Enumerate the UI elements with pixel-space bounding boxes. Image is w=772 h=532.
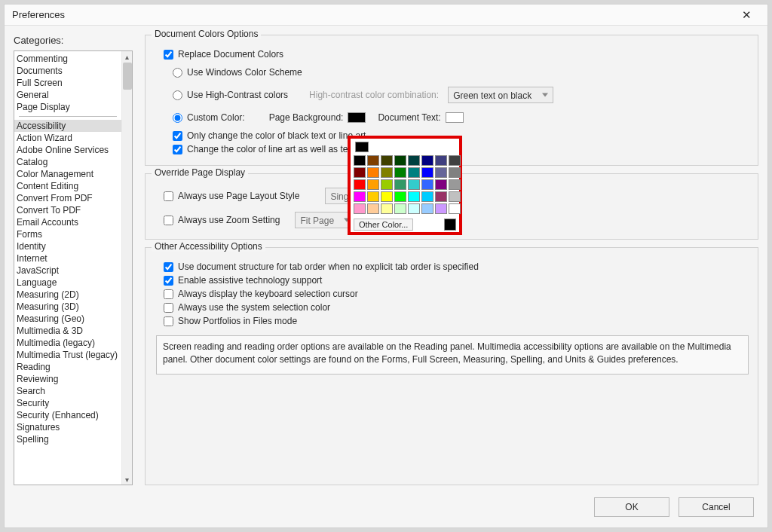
list-item[interactable]: Reading bbox=[14, 361, 121, 373]
page-layout-checkbox[interactable] bbox=[164, 191, 173, 201]
color-swatch[interactable] bbox=[449, 203, 461, 214]
selection-color-checkbox[interactable] bbox=[164, 303, 173, 313]
color-swatch[interactable] bbox=[408, 155, 420, 166]
custom-color-radio[interactable] bbox=[173, 113, 182, 123]
color-swatch[interactable] bbox=[367, 155, 379, 166]
color-swatch[interactable] bbox=[449, 167, 461, 178]
assistive-checkbox[interactable] bbox=[164, 276, 173, 286]
list-item[interactable]: Security (Enhanced) bbox=[14, 409, 121, 421]
color-swatch[interactable] bbox=[421, 191, 433, 202]
list-item[interactable]: Catalog bbox=[14, 156, 121, 168]
close-icon[interactable]: ✕ bbox=[731, 5, 761, 25]
list-item[interactable]: Page Display bbox=[14, 101, 121, 113]
scroll-up-icon[interactable]: ▴ bbox=[122, 51, 133, 62]
line-art-checkbox[interactable] bbox=[173, 145, 182, 154]
list-item[interactable]: Content Editing bbox=[14, 180, 121, 192]
high-contrast-combo[interactable]: Green text on black bbox=[448, 87, 553, 103]
color-swatch[interactable] bbox=[381, 191, 393, 202]
color-swatch[interactable] bbox=[408, 167, 420, 178]
color-swatch[interactable] bbox=[449, 155, 461, 166]
color-swatch[interactable] bbox=[421, 203, 433, 214]
list-item[interactable]: Commenting bbox=[14, 53, 121, 65]
color-swatch[interactable] bbox=[394, 167, 406, 178]
color-swatch[interactable] bbox=[381, 155, 393, 166]
list-item[interactable]: Language bbox=[14, 277, 121, 289]
list-item[interactable]: Documents bbox=[14, 65, 121, 77]
color-swatch[interactable] bbox=[449, 191, 461, 202]
color-swatch[interactable] bbox=[435, 203, 447, 214]
high-contrast-radio[interactable] bbox=[173, 90, 182, 100]
list-item[interactable]: Measuring (2D) bbox=[14, 289, 121, 301]
black-swatch[interactable] bbox=[444, 219, 456, 231]
color-swatch[interactable] bbox=[435, 191, 447, 202]
ok-button[interactable]: OK bbox=[594, 497, 669, 517]
color-swatch[interactable] bbox=[354, 167, 366, 178]
list-item[interactable]: Multimedia Trust (legacy) bbox=[14, 349, 121, 361]
list-item[interactable]: Multimedia (legacy) bbox=[14, 337, 121, 349]
color-swatch[interactable] bbox=[354, 179, 366, 190]
color-swatch[interactable] bbox=[421, 167, 433, 178]
color-swatch[interactable] bbox=[421, 155, 433, 166]
list-item[interactable]: Measuring (3D) bbox=[14, 301, 121, 313]
windows-scheme-radio[interactable] bbox=[173, 68, 182, 78]
color-swatch[interactable] bbox=[394, 179, 406, 190]
color-swatch[interactable] bbox=[381, 167, 393, 178]
list-item[interactable]: Spelling bbox=[14, 433, 121, 445]
list-item[interactable]: Action Wizard bbox=[14, 132, 121, 144]
categories-list[interactable]: CommentingDocumentsFull ScreenGeneralPag… bbox=[14, 50, 133, 485]
list-item[interactable]: Multimedia & 3D bbox=[14, 325, 121, 337]
color-swatch[interactable] bbox=[381, 203, 393, 214]
color-swatch[interactable] bbox=[367, 167, 379, 178]
color-swatch[interactable] bbox=[408, 203, 420, 214]
list-item[interactable]: Search bbox=[14, 385, 121, 397]
color-swatch[interactable] bbox=[354, 155, 366, 166]
color-swatch[interactable] bbox=[394, 191, 406, 202]
list-item[interactable]: Full Screen bbox=[14, 77, 121, 89]
current-color-swatch[interactable] bbox=[355, 142, 369, 152]
color-swatch[interactable] bbox=[421, 179, 433, 190]
list-item[interactable]: Internet bbox=[14, 252, 121, 264]
list-item[interactable]: JavaScript bbox=[14, 264, 121, 277]
color-swatch[interactable] bbox=[354, 203, 366, 214]
list-item[interactable]: General bbox=[14, 89, 121, 101]
list-item[interactable]: Color Management bbox=[14, 168, 121, 180]
replace-colors-checkbox[interactable] bbox=[164, 50, 173, 60]
page-background-swatch[interactable] bbox=[348, 112, 366, 123]
zoom-checkbox[interactable] bbox=[164, 216, 173, 225]
list-item[interactable]: Convert To PDF bbox=[14, 204, 121, 216]
color-swatch[interactable] bbox=[367, 191, 379, 202]
list-item[interactable]: Adobe Online Services bbox=[14, 144, 121, 156]
color-swatch[interactable] bbox=[449, 179, 461, 190]
list-item[interactable]: Signatures bbox=[14, 421, 121, 433]
scrollbar[interactable]: ▴ ▾ bbox=[121, 51, 132, 485]
color-swatch[interactable] bbox=[435, 167, 447, 178]
color-swatch[interactable] bbox=[394, 203, 406, 214]
list-item[interactable]: Forms bbox=[14, 228, 121, 240]
portfolios-checkbox[interactable] bbox=[164, 316, 173, 326]
list-item[interactable]: Email Accounts bbox=[14, 216, 121, 228]
zoom-combo[interactable]: Fit Page bbox=[295, 212, 355, 228]
scroll-down-icon[interactable]: ▾ bbox=[122, 474, 133, 485]
color-swatch[interactable] bbox=[394, 155, 406, 166]
list-item[interactable]: Measuring (Geo) bbox=[14, 313, 121, 325]
color-swatch[interactable] bbox=[435, 179, 447, 190]
list-item[interactable]: Security bbox=[14, 397, 121, 409]
color-swatch[interactable] bbox=[408, 179, 420, 190]
list-item[interactable]: Reviewing bbox=[14, 373, 121, 385]
only-black-checkbox[interactable] bbox=[173, 131, 182, 141]
other-color-button[interactable]: Other Color... bbox=[354, 219, 413, 231]
scroll-thumb[interactable] bbox=[123, 63, 132, 90]
color-swatch[interactable] bbox=[354, 191, 366, 202]
color-swatch[interactable] bbox=[408, 191, 420, 202]
tab-order-checkbox[interactable] bbox=[164, 262, 173, 272]
color-swatch[interactable] bbox=[367, 179, 379, 190]
list-item[interactable]: Identity bbox=[14, 240, 121, 252]
cursor-checkbox[interactable] bbox=[164, 289, 173, 299]
cancel-button[interactable]: Cancel bbox=[679, 497, 754, 517]
document-text-swatch[interactable] bbox=[446, 112, 464, 123]
list-item[interactable]: Accessibility bbox=[14, 120, 121, 132]
list-item[interactable]: Convert From PDF bbox=[14, 192, 121, 204]
color-swatch[interactable] bbox=[435, 155, 447, 166]
color-swatch[interactable] bbox=[381, 179, 393, 190]
color-swatch[interactable] bbox=[367, 203, 379, 214]
